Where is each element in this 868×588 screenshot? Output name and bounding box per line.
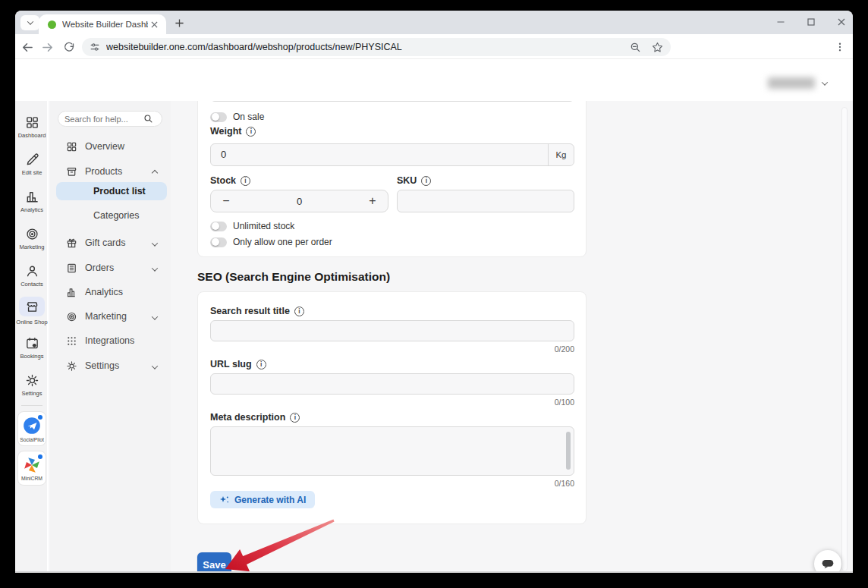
app-socialpilot[interactable]: SocialPilot (17, 411, 46, 446)
sku-label: SKUi (397, 175, 431, 186)
bookmark-star-icon[interactable] (652, 42, 663, 53)
on-sale-toggle-row[interactable]: On sale (210, 112, 264, 122)
app-minicrm[interactable]: MiniCRM (17, 451, 46, 486)
dots-grid-icon (65, 335, 77, 347)
bar-chart-icon (15, 188, 49, 205)
back-button[interactable] (18, 39, 35, 55)
sparkle-icon (219, 495, 229, 505)
chevron-up-icon (152, 170, 158, 176)
sidebar-item-marketing[interactable]: Marketing (15, 225, 49, 250)
stock-label: Stocki (210, 175, 250, 186)
info-icon[interactable]: i (290, 413, 300, 423)
nav-item-orders[interactable]: Orders (50, 260, 171, 275)
target-icon (65, 311, 77, 322)
site-info-icon[interactable] (90, 42, 100, 52)
active-item-highlight (19, 297, 45, 316)
product-details-card: On sale Weighti 0 Kg Stocki − 0 + (197, 101, 587, 257)
icon-sidebar: Dashboard Edit site Analytics Marketing … (15, 101, 49, 573)
main-content: On sale Weighti 0 Kg Stocki − 0 + (171, 101, 853, 573)
info-icon[interactable]: i (241, 176, 250, 186)
search-icon (143, 114, 153, 124)
sidebar-item-online-shop[interactable]: Online Shop (15, 296, 49, 325)
info-icon[interactable]: i (294, 307, 304, 316)
sku-input[interactable] (397, 190, 574, 212)
search-result-title-counter: 0/200 (210, 344, 574, 354)
browser-tab[interactable]: Website Builder Dashboard (39, 14, 166, 34)
person-icon (15, 263, 49, 279)
gear-icon (15, 372, 49, 388)
info-icon[interactable]: i (421, 176, 431, 186)
nav-item-product-list[interactable]: Product list (56, 182, 167, 200)
chevron-down-icon (152, 240, 158, 246)
unlimited-stock-toggle[interactable] (210, 222, 227, 231)
url-slug-label: URL slugi (210, 359, 266, 369)
weight-input[interactable]: 0 Kg (210, 143, 574, 166)
meta-description-textarea[interactable] (210, 426, 574, 476)
weight-label: Weighti (210, 126, 256, 137)
bar-chart-icon (65, 287, 77, 298)
nav-item-overview[interactable]: Overview (50, 139, 171, 154)
tab-strip: Website Builder Dashboard (15, 11, 853, 34)
nav-item-analytics[interactable]: Analytics (50, 285, 171, 300)
nav-item-marketing[interactable]: Marketing (50, 309, 171, 324)
search-result-title-input[interactable] (210, 320, 574, 341)
stock-stepper[interactable]: − 0 + (210, 190, 388, 212)
nav-item-gift-cards[interactable]: Gift cards (50, 235, 171, 250)
dashboard-grid-icon (15, 114, 49, 130)
tab-close-icon[interactable] (148, 18, 160, 30)
forward-button[interactable] (39, 39, 56, 55)
sidebar-item-analytics[interactable]: Analytics (15, 188, 49, 213)
app-header (15, 59, 853, 101)
account-name-blurred (768, 77, 815, 89)
sidebar-item-settings[interactable]: Settings (15, 372, 49, 397)
nav-item-settings[interactable]: Settings (50, 358, 171, 373)
secondary-sidebar: Overview Products Product list Categorie… (50, 101, 171, 573)
help-search[interactable] (58, 111, 162, 127)
info-icon[interactable]: i (246, 127, 256, 137)
sidebar-item-bookings[interactable]: Bookings (15, 335, 49, 360)
stock-increase-button[interactable]: + (357, 190, 388, 212)
chevron-down-icon (152, 265, 158, 271)
sidebar-item-dashboard[interactable]: Dashboard (15, 114, 49, 139)
nav-item-categories[interactable]: Categories (56, 206, 167, 225)
url-slug-input[interactable] (210, 373, 574, 395)
window-close-button[interactable] (836, 17, 847, 27)
on-sale-toggle[interactable] (210, 112, 227, 122)
orders-list-icon (65, 263, 77, 274)
unlimited-stock-toggle-row[interactable]: Unlimited stock (210, 221, 294, 231)
window-minimize-button[interactable] (775, 17, 786, 27)
gear-icon (65, 360, 77, 372)
zoom-out-icon[interactable] (630, 42, 641, 53)
url-slug-counter: 0/100 (210, 398, 574, 407)
reload-button[interactable] (61, 39, 77, 55)
weight-unit: Kg (548, 144, 574, 165)
tab-title: Website Builder Dashboard (62, 20, 148, 29)
page-scrollbar[interactable] (841, 107, 848, 571)
nav-item-products[interactable]: Products (50, 164, 171, 179)
chevron-down-icon (152, 313, 158, 319)
product-box-icon (65, 166, 77, 178)
help-search-input[interactable] (64, 115, 143, 124)
url-text: websitebuilder.one.com/dashboard/webshop… (106, 42, 630, 52)
url-bar[interactable]: websitebuilder.one.com/dashboard/webshop… (82, 38, 671, 56)
one-per-order-toggle-row[interactable]: Only allow one per order (210, 237, 332, 247)
textarea-scrollbar[interactable] (566, 432, 571, 470)
new-tab-button[interactable] (172, 16, 186, 30)
browser-menu-icon[interactable] (832, 39, 848, 55)
nav-item-integrations[interactable]: Integrations (50, 333, 171, 348)
search-result-title-label: Search result titlei (210, 306, 304, 316)
overview-grid-icon (65, 141, 77, 153)
window-maximize-button[interactable] (806, 17, 816, 27)
sidebar-item-contacts[interactable]: Contacts (15, 263, 49, 288)
chat-widget-button[interactable] (814, 550, 841, 573)
chevron-down-icon (152, 363, 158, 369)
chevron-down-icon (27, 18, 33, 24)
generate-ai-button[interactable]: Generate with AI (210, 491, 315, 508)
sidebar-item-edit-site[interactable]: Edit site (15, 151, 49, 176)
save-button[interactable]: Save (197, 552, 231, 573)
tab-search-button[interactable] (20, 15, 39, 30)
one-per-order-toggle[interactable] (210, 237, 227, 247)
account-menu[interactable] (768, 77, 827, 89)
info-icon[interactable]: i (256, 360, 266, 369)
price-field-cutoff[interactable] (210, 101, 574, 102)
